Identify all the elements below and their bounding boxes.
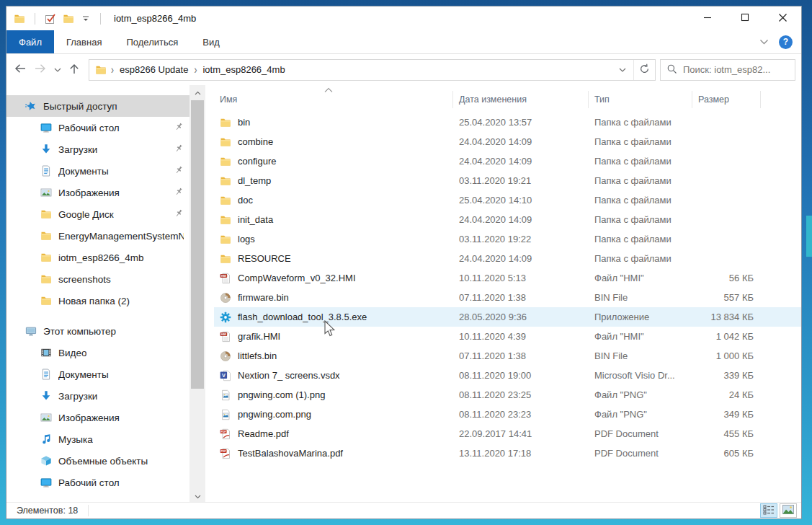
sidebar-item-screenshots[interactable]: screenshots bbox=[6, 268, 189, 290]
file-name: configure bbox=[238, 156, 276, 167]
file-name: doc bbox=[238, 195, 253, 206]
file-row-pngwing-com-png[interactable]: pngwing.com.png08.11.2020 23:23Файл "PNG… bbox=[214, 405, 801, 424]
file-type: Папка с файлами bbox=[589, 117, 692, 128]
file-row-resource[interactable]: RESOURCE24.04.2020 14:09Папка с файлами bbox=[214, 249, 801, 268]
folder-file-icon bbox=[220, 156, 231, 167]
file-row-littlefs-bin[interactable]: littlefs.bin07.11.2020 1:38BIN File1 000… bbox=[214, 346, 801, 366]
sidebar-item-energymanagementsystemn[interactable]: EnergyManagementSystemN bbox=[6, 225, 189, 247]
file-row-nextion-7-screens-vsdx[interactable]: VNextion 7_ screens.vsdx08.11.2020 19:00… bbox=[214, 366, 801, 385]
pin-icon bbox=[174, 144, 184, 156]
sidebar-item-рабочий-стол[interactable]: Рабочий стол bbox=[6, 117, 189, 138]
sidebar-item-label: Этот компьютер bbox=[43, 326, 116, 337]
forward-button[interactable] bbox=[34, 63, 47, 76]
details-view-button[interactable] bbox=[760, 503, 777, 518]
scroll-up-icon[interactable] bbox=[189, 85, 205, 98]
sidebar-item-загрузки[interactable]: Загрузки bbox=[6, 138, 189, 160]
file-row-flash-download-tool-3-8-5-exe[interactable]: flash_download_tool_3.8.5.exe28.05.2020 … bbox=[214, 307, 801, 327]
file-row-combine[interactable]: combine24.04.2020 14:09Папка с файлами bbox=[214, 132, 801, 151]
file-row-compwaveform-v0-32-hmi[interactable]: HMICompWaveform_v0_32.HMI10.11.2020 5:13… bbox=[214, 268, 801, 288]
file-type: Приложение bbox=[589, 312, 692, 322]
modified-date: 10.11.2020 5:13 bbox=[453, 273, 589, 283]
file-type: PDF Document bbox=[589, 448, 692, 459]
scrollbar-thumb[interactable] bbox=[191, 100, 204, 389]
file-size: 13 834 КБ bbox=[692, 312, 761, 322]
sidebar-item-загрузки[interactable]: Загрузки bbox=[6, 385, 189, 407]
breadcrumb-separator-icon[interactable]: › bbox=[194, 63, 197, 76]
ribbon-tab-вид[interactable]: Вид bbox=[190, 30, 232, 53]
sidebar-item-label: Новая папка (2) bbox=[58, 296, 130, 306]
up-button[interactable] bbox=[68, 63, 80, 77]
sidebar-item-этот-компьютер[interactable]: Этот компьютер bbox=[6, 320, 189, 342]
sidebar-item-label: EnergyManagementSystemN bbox=[58, 231, 184, 242]
file-row-testbalashovamarina-pdf[interactable]: PDFTestBalashovaMarina.pdf13.11.2020 17:… bbox=[214, 444, 801, 463]
sidebar-item-быстрый-доступ[interactable]: Быстрый доступ bbox=[6, 95, 189, 117]
breadcrumb-item[interactable]: iotm_esp8266_4mb bbox=[201, 63, 286, 76]
column-header-name[interactable]: Имя bbox=[214, 91, 453, 108]
sidebar-item-документы[interactable]: Документы bbox=[6, 363, 189, 385]
sidebar-item-изображения[interactable]: Изображения bbox=[6, 407, 189, 428]
file-row-bin[interactable]: bin25.04.2020 13:57Папка с файлами bbox=[214, 112, 801, 132]
ribbon-collapse-icon[interactable] bbox=[759, 37, 769, 48]
file-name: flash_download_tool_3.8.5.exe bbox=[238, 312, 367, 322]
sidebar-item-google-диск[interactable]: Google Диск bbox=[6, 203, 189, 225]
sidebar-item-видео[interactable]: Видео bbox=[6, 342, 189, 363]
file-row-pngwing-com-1-png[interactable]: pngwing.com (1).png08.11.2020 23:25Файл … bbox=[214, 385, 801, 405]
maximize-button[interactable] bbox=[726, 6, 764, 30]
file-name: Nextion 7_ screens.vsdx bbox=[238, 370, 340, 381]
back-button[interactable] bbox=[14, 63, 27, 76]
refresh-button[interactable] bbox=[633, 60, 655, 80]
file-row-dl-temp[interactable]: dl_temp03.11.2020 19:21Папка с файлами bbox=[214, 171, 801, 190]
file-row-configure[interactable]: configure24.04.2020 14:09Папка с файлами bbox=[214, 151, 801, 171]
history-dropdown-icon[interactable] bbox=[54, 64, 61, 75]
ribbon-tabs: ФайлГлавнаяПоделитьсяВид ? bbox=[6, 30, 801, 54]
computer-icon bbox=[25, 325, 37, 337]
file-row-firmware-bin[interactable]: firmware.bin07.11.2020 1:38BIN File557 К… bbox=[214, 288, 801, 307]
ribbon-tab-главная[interactable]: Главная bbox=[54, 30, 114, 53]
thumbnails-view-button[interactable] bbox=[780, 503, 797, 518]
ribbon-tab-файл[interactable]: Файл bbox=[6, 30, 54, 53]
address-dropdown-button[interactable] bbox=[612, 60, 633, 80]
search-box[interactable] bbox=[660, 59, 795, 81]
folder-file-icon bbox=[220, 234, 231, 245]
file-name: grafik.HMI bbox=[238, 331, 280, 342]
sort-ascending-icon[interactable] bbox=[324, 84, 334, 95]
help-button[interactable]: ? bbox=[779, 35, 793, 49]
file-row-readme-pdf[interactable]: PDFReadme.pdf22.09.2017 14:41PDF Documen… bbox=[214, 424, 801, 444]
sidebar-item-iotm-esp8266-4mb[interactable]: iotm_esp8266_4mb bbox=[6, 247, 189, 268]
sidebar-item-label: Рабочий стол bbox=[58, 123, 120, 133]
sidebar-scrollbar[interactable] bbox=[189, 85, 205, 502]
file-name: bin bbox=[238, 117, 250, 128]
file-type: Папка с файлами bbox=[589, 253, 692, 264]
file-type: Microsoft Visio Dr... bbox=[589, 370, 692, 381]
ribbon-tab-поделиться[interactable]: Поделиться bbox=[114, 30, 190, 53]
sidebar-item-рабочий-стол[interactable]: Рабочий стол bbox=[6, 472, 189, 493]
file-row-init-data[interactable]: init_data24.04.2020 14:09Папка с файлами bbox=[214, 210, 801, 229]
scroll-down-icon[interactable] bbox=[189, 489, 205, 502]
breadcrumb-separator-icon[interactable]: › bbox=[111, 63, 114, 76]
column-header-size[interactable]: Размер bbox=[692, 91, 761, 108]
minimize-button[interactable] bbox=[689, 6, 726, 30]
qat-dropdown-icon[interactable] bbox=[81, 14, 91, 24]
sidebar-item-новая-папка-2-[interactable]: Новая папка (2) bbox=[6, 290, 189, 312]
file-name: RESOURCE bbox=[238, 253, 291, 264]
file-row-logs[interactable]: logs03.11.2020 19:22Папка с файлами bbox=[214, 229, 801, 249]
breadcrumb-item[interactable]: esp8266 Update bbox=[118, 63, 189, 76]
close-button[interactable] bbox=[764, 6, 801, 30]
sidebar-item-документы[interactable]: Документы bbox=[6, 160, 189, 182]
sidebar-item-музыка[interactable]: Музыка bbox=[6, 428, 189, 450]
properties-check-icon[interactable] bbox=[45, 13, 56, 25]
column-header-date[interactable]: Дата изменения bbox=[453, 91, 589, 108]
file-name: logs bbox=[238, 234, 255, 244]
column-header-type[interactable]: Тип bbox=[589, 91, 692, 108]
file-size: 56 КБ bbox=[692, 273, 761, 283]
sidebar-item-изображения[interactable]: Изображения bbox=[6, 182, 189, 203]
folder-file-icon bbox=[220, 214, 231, 226]
modified-date: 25.04.2020 13:57 bbox=[453, 117, 589, 128]
sidebar-item-объемные-объекты[interactable]: Объемные объекты bbox=[6, 450, 189, 472]
new-folder-icon[interactable] bbox=[63, 13, 74, 25]
modified-date: 08.11.2020 19:00 bbox=[453, 370, 589, 381]
search-input[interactable] bbox=[683, 64, 789, 75]
file-row-grafik-hmi[interactable]: HMIgrafik.HMI10.11.2020 4:39Файл "HMI"1 … bbox=[214, 327, 801, 346]
address-bar[interactable]: ›esp8266 Update›iotm_esp8266_4mb bbox=[89, 59, 656, 81]
file-row-doc[interactable]: doc25.04.2020 14:10Папка с файлами bbox=[214, 190, 801, 210]
